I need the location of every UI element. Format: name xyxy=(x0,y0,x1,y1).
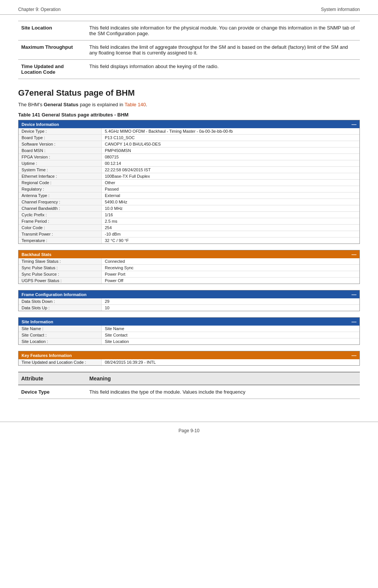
panel-row: Transmit Power : -10 dBm xyxy=(19,231,359,237)
section-heading: G7eneral Status page of BHM xyxy=(18,88,360,98)
panel-row-value: 254 xyxy=(102,225,359,231)
device-panel-frame-config: Frame Configuration Information— Data Sl… xyxy=(18,290,360,311)
panel-row-value: Receiving Sync xyxy=(102,265,359,271)
panel-row: Timing Slave Status : Connected xyxy=(19,258,359,265)
panel-row-label: Board Type : xyxy=(19,135,102,141)
panel-row-label: Data Slots Down : xyxy=(19,298,102,304)
panel-collapse-btn[interactable]: — xyxy=(352,319,356,324)
device-panel-key-features: Key Features Information— Time Updated a… xyxy=(18,351,360,366)
panel-row-value: 5.4GHz MIMO OFDM - Backhaul - Timing Mas… xyxy=(102,128,359,134)
panel-row-label: Regulatory : xyxy=(19,186,102,192)
panel-row-label: Device Type : xyxy=(19,128,102,134)
panel-row-label: Uptime : xyxy=(19,160,102,166)
panel-row: Data Slots Up : 10 xyxy=(19,305,359,311)
panel-row: Channel Frequency : 5490.0 MHz xyxy=(19,199,359,205)
panel-row-label: Cyclic Prefix : xyxy=(19,212,102,218)
panel-row: Frame Period : 2.5 ms xyxy=(19,218,359,225)
attr-col-header: Attribute xyxy=(18,372,86,385)
panel-row-label: Transmit Power : xyxy=(19,231,102,237)
panel-row: Site Name : Site Name xyxy=(19,326,359,332)
chapter-label: Chapter 9: Operation xyxy=(18,7,61,12)
panel-row: Data Slots Down : 29 xyxy=(19,298,359,305)
panel-collapse-btn[interactable]: — xyxy=(352,251,356,257)
info-attribute: Site Location xyxy=(18,21,86,40)
panel-row: Site Contact : Site Contact xyxy=(19,332,359,338)
panel-row: Uptime : 00:12:14 xyxy=(19,160,359,167)
attr-name: Device Type xyxy=(18,385,86,399)
panel-row-value: Passed xyxy=(102,186,359,192)
panel-row: Board Type : P13 C110_SOC xyxy=(19,135,359,141)
panel-header-backhaul-stats: Backhaul Stats— xyxy=(19,250,359,258)
info-meaning: This field indicates site information fo… xyxy=(86,21,360,40)
intro-after: page is explained in xyxy=(78,102,124,107)
panel-row-value: 00:12:14 xyxy=(102,160,359,166)
info-row: Time Updated and Location Code This fiel… xyxy=(18,60,360,79)
panel-row: Cyclic Prefix : 1/16 xyxy=(19,212,359,218)
panel-row-value: 10.0 MHz xyxy=(102,205,359,211)
panel-row-label: Time Updated and Location Code : xyxy=(19,359,102,365)
info-meaning: This field displays information about th… xyxy=(86,60,360,79)
panel-title: Backhaul Stats xyxy=(22,252,51,257)
panel-row-value: 1/16 xyxy=(102,212,359,218)
panel-row: Software Version : CANOPY 14.0 BHUL450-D… xyxy=(19,141,359,147)
panel-row-value: Site Location xyxy=(102,338,359,344)
panel-row-value: 10 xyxy=(102,305,359,311)
table-link[interactable]: Table 140 xyxy=(124,102,146,107)
panel-row-label: Site Location : xyxy=(19,338,102,344)
panel-row-value: P13 C110_SOC xyxy=(102,135,359,141)
panel-collapse-btn[interactable]: — xyxy=(352,121,356,127)
panel-row-label: Software Version : xyxy=(19,141,102,147)
panel-row-label: Sync Pulse Source : xyxy=(19,271,102,277)
panel-header-key-features: Key Features Information— xyxy=(19,351,359,359)
panel-row-label: Regional Code : xyxy=(19,180,102,186)
panel-row: Sync Pulse Status : Receiving Sync xyxy=(19,265,359,271)
panel-row-value: 2.5 ms xyxy=(102,218,359,224)
panel-row-label: Timing Slave Status : xyxy=(19,258,102,264)
panels-container: Device Information— Device Type : 5.4GHz… xyxy=(18,120,360,366)
device-panel-site-info: Site Information— Site Name : Site Name … xyxy=(18,317,360,345)
panel-header-device-info: Device Information— xyxy=(19,120,359,128)
panel-row-label: Board MSN : xyxy=(19,147,102,154)
panel-title: Site Information xyxy=(22,320,53,324)
attr-row: Device Type This field indicates the typ… xyxy=(18,385,360,399)
panel-row-value: PMP450iMSN xyxy=(102,147,359,154)
panel-row-label: Channel Bandwidth : xyxy=(19,205,102,211)
panel-row-label: Temperature : xyxy=(19,237,102,244)
panel-row-value: CANOPY 14.0 BHUL450-DES xyxy=(102,141,359,147)
panel-row: System Time : 22:22:58 08/24/2015 IST xyxy=(19,167,359,173)
panel-row-value: 100Base-TX Full Duplex xyxy=(102,173,359,179)
page-footer: Page 9-10 xyxy=(0,422,378,437)
panel-collapse-btn[interactable]: — xyxy=(352,352,356,358)
panel-row: Board MSN : PMP450iMSN xyxy=(19,147,359,154)
panel-row: UGPS Power Status : Power Off xyxy=(19,278,359,284)
panel-row: Sync Pulse Source : Power Port xyxy=(19,271,359,278)
table-caption: Table 141 General Status page attributes… xyxy=(18,112,360,118)
info-meaning: This field indicates the limit of aggreg… xyxy=(86,40,360,60)
info-row: Site Location This field indicates site … xyxy=(18,21,360,40)
panel-row: Channel Bandwidth : 10.0 MHz xyxy=(19,205,359,212)
panel-row-value: 5490.0 MHz xyxy=(102,199,359,205)
panel-row: Device Type : 5.4GHz MIMO OFDM - Backhau… xyxy=(19,128,359,135)
panel-row-value: Power Port xyxy=(102,271,359,277)
panel-title: Frame Configuration Information xyxy=(22,292,87,297)
panel-row-label: Channel Frequency : xyxy=(19,199,102,205)
panel-row: Antenna Type : External xyxy=(19,192,359,199)
attr-table: Attribute Meaning Device Type This field… xyxy=(18,372,360,399)
panel-row: Regulatory : Passed xyxy=(19,186,359,192)
panel-row: Ethernet Interface : 100Base-TX Full Dup… xyxy=(19,173,359,180)
panel-row-label: Data Slots Up : xyxy=(19,305,102,311)
panel-row-value: 32 °C / 90 °F xyxy=(102,237,359,244)
panel-row-label: Color Code : xyxy=(19,225,102,231)
panel-row-label: FPGA Version : xyxy=(19,154,102,160)
panel-collapse-btn[interactable]: — xyxy=(352,292,356,297)
panel-row-value: Site Name xyxy=(102,326,359,332)
panel-row-label: Sync Pulse Status : xyxy=(19,265,102,271)
panel-row-value: 29 xyxy=(102,298,359,304)
panel-header-frame-config: Frame Configuration Information— xyxy=(19,290,359,298)
device-panel-device-info: Device Information— Device Type : 5.4GHz… xyxy=(18,120,360,244)
panel-row: Regional Code : Other xyxy=(19,180,359,186)
panel-row-value: 080715 xyxy=(102,154,359,160)
info-attribute: Time Updated and Location Code xyxy=(18,60,86,79)
panel-row-value: -10 dBm xyxy=(102,231,359,237)
panel-row: Temperature : 32 °C / 90 °F xyxy=(19,237,359,244)
